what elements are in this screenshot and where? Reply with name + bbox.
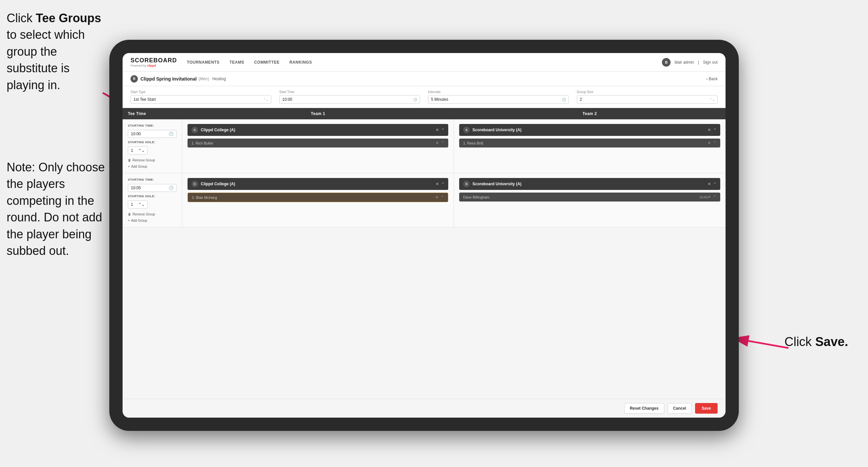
team2-actions-1: ✕ ⌃ [708, 128, 716, 132]
nav-committee[interactable]: COMMITTEE [254, 60, 280, 65]
hole-arrows-1: ⌃⌄ [138, 148, 145, 153]
remove-group-button-1[interactable]: 🗑 Remove Group [128, 158, 177, 162]
time-cell-2: STARTING TIME: 10:05 🕐 STARTING HOLE: 1 … [123, 173, 182, 227]
team2-tag-1[interactable]: S Scoreboard University (A) ✕ ⌃ [459, 124, 720, 136]
navbar: SCOREBOARD Powered by clippd TOURNAMENTS… [123, 53, 725, 71]
player1-name-2: 2. Blair McHarg [192, 196, 435, 200]
intervals-label: Intervals [428, 90, 569, 94]
player1-name-1: 1. Rich Butler [191, 141, 436, 145]
add-group-button-2[interactable]: + Add Group [128, 219, 177, 223]
player2-tag-2[interactable]: Dave Billingham (SUB) ✕ ⌃ [459, 193, 720, 202]
player1-expand-1[interactable]: ⌃ [441, 141, 444, 145]
group-size-input[interactable]: 2 ⌃⌄ [577, 95, 718, 104]
player2-name-1: 1. Rees Britt [463, 141, 708, 145]
cancel-button[interactable]: Cancel [668, 403, 692, 414]
team1-name-1: Clippd College (A) [201, 127, 433, 132]
hosting-label: Hosting [212, 77, 226, 81]
player1-x-2[interactable]: ✕ [435, 195, 438, 200]
user-avatar: B [662, 58, 671, 67]
player2-tag-1[interactable]: 1. Rees Britt ✕ ⌃ [459, 139, 720, 147]
nav-teams[interactable]: TEAMS [229, 60, 245, 65]
col-team1: Team 1 [182, 108, 454, 119]
starting-time-input-1[interactable]: 10:00 🕐 [128, 130, 177, 138]
separator: | [698, 60, 699, 65]
team2-expand-1[interactable]: ⌃ [713, 128, 716, 132]
instruction-text: Click Tee Groups to select which group t… [7, 10, 109, 93]
config-row: Start Type 1st Tee Start ⌃⌄ Start Time 1… [123, 86, 725, 108]
team2-actions-2: ✕ ⌃ [708, 182, 716, 186]
player2-x-1[interactable]: ✕ [708, 141, 711, 145]
team1-expand-1[interactable]: ⌃ [441, 128, 444, 132]
team1-actions-1: ✕ ⌃ [436, 128, 444, 132]
logo-scoreboard: SCOREBOARD [130, 57, 177, 64]
player1-actions-2: ✕ ⌃ [435, 195, 444, 200]
start-time-clock-icon: 🕐 [413, 98, 417, 101]
save-button[interactable]: Save [695, 403, 718, 414]
team1-name-2: Clippd College (A) [201, 182, 433, 186]
back-button[interactable]: ‹ Back [706, 77, 718, 81]
team1-x-2[interactable]: ✕ [436, 182, 439, 186]
player2-actions-2: ✕ ⌃ [708, 195, 716, 199]
username: blair admin [675, 60, 694, 65]
group-row-2: STARTING TIME: 10:05 🕐 STARTING HOLE: 1 … [123, 173, 725, 227]
group-size-arrows: ⌃⌄ [709, 98, 715, 101]
logo-powered-by: Powered by clippd [130, 64, 177, 67]
note-text: Note: Only choose the players competing … [7, 159, 109, 259]
nav-tournaments[interactable]: TOURNAMENTS [187, 60, 220, 65]
starting-hole-label-2: STARTING HOLE: [128, 195, 177, 198]
remove-group-button-2[interactable]: 🗑 Remove Group [128, 212, 177, 216]
start-type-group: Start Type 1st Tee Start ⌃⌄ [130, 90, 271, 104]
team2-cell-1: S Scoreboard University (A) ✕ ⌃ 1. Rees … [454, 119, 725, 173]
col-tee-time: Tee Time [123, 108, 182, 119]
team2-x-1[interactable]: ✕ [708, 128, 711, 132]
col-team2: Team 2 [454, 108, 725, 119]
team2-cell-2: S Scoreboard University (A) ✕ ⌃ Dave Bil… [454, 173, 725, 227]
logo-area: SCOREBOARD Powered by clippd [130, 57, 177, 67]
hole-arrows-2: ⌃⌄ [138, 202, 145, 207]
group-size-group: Group Size 2 ⌃⌄ [577, 90, 718, 104]
start-time-group: Start Time 10:00 🕐 [279, 90, 420, 104]
starting-hole-input-2[interactable]: 1 ⌃⌄ [128, 201, 148, 208]
team2-name-1: Scoreboard University (A) [472, 127, 705, 132]
player1-tag-1[interactable]: 1. Rich Butler ✕ ⌃ [187, 139, 448, 147]
intervals-group: Intervals 5 Minutes 🕐 [428, 90, 569, 104]
nav-rankings[interactable]: RANKINGS [289, 60, 312, 65]
tournament-title: Clippd Spring Invitational [141, 76, 197, 82]
time-clock-icon-1: 🕐 [168, 132, 174, 136]
sign-out-link[interactable]: Sign out [703, 60, 718, 65]
plus-icon-2: + [128, 219, 130, 223]
starting-time-label-1: STARTING TIME: [128, 124, 177, 127]
team1-tag-2[interactable]: C Clippd College (A) ✕ ⌃ [187, 178, 448, 190]
starting-time-input-2[interactable]: 10:05 🕐 [128, 184, 177, 192]
player2-actions-1: ✕ ⌃ [708, 141, 716, 145]
team2-expand-2[interactable]: ⌃ [713, 182, 716, 186]
player2-x-2[interactable]: ✕ [708, 195, 711, 199]
player1-expand-2[interactable]: ⌃ [441, 195, 444, 200]
start-time-input[interactable]: 10:00 🕐 [279, 95, 420, 104]
reset-changes-button[interactable]: Reset Changes [624, 403, 664, 414]
team2-x-2[interactable]: ✕ [708, 182, 711, 186]
team1-x-1[interactable]: ✕ [436, 128, 439, 132]
starting-hole-input-1[interactable]: 1 ⌃⌄ [128, 146, 148, 154]
tournament-gender: (Men) [199, 77, 209, 81]
time-clock-icon-2: 🕐 [168, 185, 174, 190]
trash-icon-1: 🗑 [128, 158, 131, 162]
team2-name-2: Scoreboard University (A) [472, 182, 705, 186]
player1-tag-2-highlighted[interactable]: 2. Blair McHarg ✕ ⌃ [187, 193, 448, 202]
table-header: Tee Time Team 1 Team 2 [123, 108, 725, 119]
team1-tag-1[interactable]: C Clippd College (A) ✕ ⌃ [187, 124, 448, 136]
player2-expand-2[interactable]: ⌃ [713, 195, 716, 199]
start-type-input[interactable]: 1st Tee Start ⌃⌄ [130, 95, 271, 104]
intervals-input[interactable]: 5 Minutes 🕐 [428, 95, 569, 104]
team2-badge-1: S [463, 126, 470, 133]
add-group-button-1[interactable]: + Add Group [128, 165, 177, 168]
player2-name-2: Dave Billingham [463, 195, 699, 199]
footer: Reset Changes Cancel Save [123, 399, 725, 418]
start-time-label: Start Time [279, 90, 420, 94]
player2-expand-1[interactable]: ⌃ [713, 141, 716, 145]
team1-expand-2[interactable]: ⌃ [441, 182, 444, 186]
group-size-label: Group Size [577, 90, 718, 94]
team2-tag-2[interactable]: S Scoreboard University (A) ✕ ⌃ [459, 178, 720, 190]
player1-x-1[interactable]: ✕ [436, 141, 439, 145]
time-cell-1: STARTING TIME: 10:00 🕐 STARTING HOLE: 1 … [123, 119, 182, 173]
